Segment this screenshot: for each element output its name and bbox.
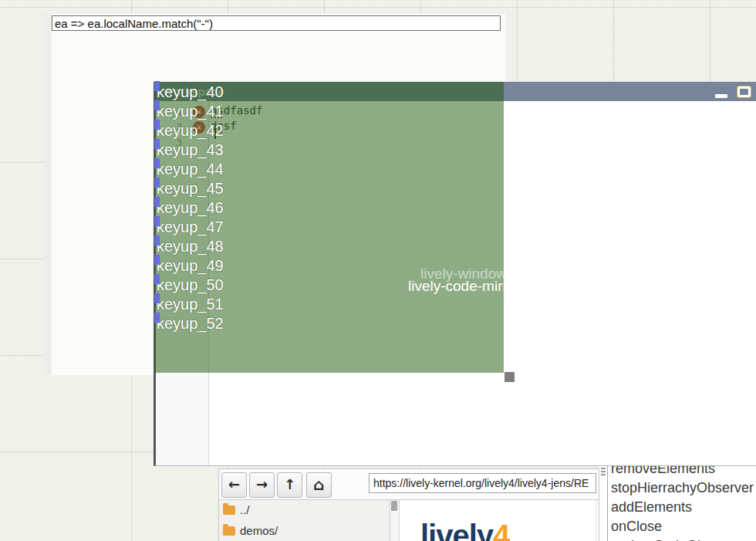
forward-button[interactable]: → xyxy=(249,472,275,498)
back-icon: ← xyxy=(228,476,240,492)
event-label-text: keyup_52 xyxy=(154,315,224,332)
event-label-text: keyup_49 xyxy=(154,257,224,274)
scroll-tick xyxy=(601,471,606,472)
folder-icon xyxy=(223,526,235,536)
file-scrollbar[interactable] xyxy=(390,500,400,541)
home-button[interactable]: ⌂ xyxy=(306,472,332,498)
event-label-text: keyup_45 xyxy=(154,180,224,197)
event-label-text: keyup_48 xyxy=(154,238,224,255)
event-label-text: keyup_40 xyxy=(154,83,224,100)
event-label: keyup_49 xyxy=(154,256,224,275)
event-label-text: keyup_47 xyxy=(154,218,224,235)
home-icon: ⌂ xyxy=(313,475,324,494)
method-item[interactable]: stopHierrachyObserver xyxy=(611,479,754,496)
file-item[interactable]: ../ xyxy=(223,503,250,519)
event-label-text: keyup_46 xyxy=(154,199,224,216)
logo-digit: 4 xyxy=(493,519,509,541)
lively4-logo: lively4 xyxy=(420,519,509,541)
selection-marker xyxy=(154,178,160,188)
selection-marker xyxy=(154,139,160,149)
method-item[interactable]: updateCodeObserver xyxy=(611,537,744,541)
selection-marker xyxy=(154,158,160,168)
event-label: keyup_43 xyxy=(154,140,224,159)
back-button[interactable]: ← xyxy=(221,472,247,498)
event-label-text: keyup_42 xyxy=(154,122,224,139)
event-label: keyup_47 xyxy=(154,218,224,236)
browser-window: ← → ↑ ⌂ ../ demos/ lively4 xyxy=(218,468,599,541)
selection-marker xyxy=(154,81,160,91)
folder-icon xyxy=(223,505,235,515)
event-label: keyup_52 xyxy=(154,314,224,333)
file-browser-pane: ../ demos/ xyxy=(219,500,390,541)
event-label: keyup_44 xyxy=(154,160,224,178)
event-label-text: keyup_41 xyxy=(154,103,224,120)
event-label: keyup_51 xyxy=(154,295,224,313)
methods-scrollbar[interactable] xyxy=(599,458,608,541)
selection-marker xyxy=(154,313,160,323)
logo-pane: lively4 xyxy=(400,500,596,541)
method-item[interactable]: onClose xyxy=(611,518,662,535)
file-name: ../ xyxy=(240,503,250,516)
query-input[interactable] xyxy=(52,15,501,31)
event-label: keyup_41 xyxy=(154,102,224,120)
resize-handle[interactable] xyxy=(505,372,515,382)
minimize-button[interactable] xyxy=(715,94,727,98)
event-label-text: keyup_44 xyxy=(154,161,224,178)
lively-code-mirror-label: lively-code-mirror xyxy=(408,278,504,295)
methods-panel: removeElements stopHierrachyObserver add… xyxy=(598,458,756,541)
event-label-text: keyup_43 xyxy=(154,141,224,158)
selection-marker xyxy=(154,293,160,303)
method-item[interactable]: addElements xyxy=(611,499,692,516)
maximize-button[interactable] xyxy=(737,86,751,97)
event-label: keyup_48 xyxy=(154,237,224,255)
event-label: keyup_45 xyxy=(154,179,224,198)
event-label: keyup_46 xyxy=(154,198,224,217)
event-label: keyup_42 xyxy=(154,121,224,140)
event-label: keyup_50 xyxy=(154,276,224,294)
file-name: demos/ xyxy=(240,524,278,537)
event-label: keyup_40 xyxy=(154,83,224,101)
logo-word: lively xyxy=(420,519,493,541)
selection-marker xyxy=(154,235,160,245)
selection-marker xyxy=(154,100,160,110)
file-item[interactable]: demos/ xyxy=(223,524,278,539)
event-label-text: keyup_51 xyxy=(154,296,224,313)
selection-marker xyxy=(154,120,160,130)
scrollbar-thumb[interactable] xyxy=(391,501,397,511)
scroll-tick xyxy=(601,468,606,469)
selection-marker xyxy=(154,216,160,226)
url-input[interactable] xyxy=(369,473,596,493)
query-panel-gutter xyxy=(44,14,52,375)
selection-marker xyxy=(154,197,160,207)
desktop: removeElements stopHierrachyObserver add… xyxy=(0,0,756,541)
selection-marker xyxy=(154,274,160,284)
selection-marker xyxy=(154,255,160,265)
scroll-tick xyxy=(601,474,606,475)
up-icon: ↑ xyxy=(284,476,295,492)
event-label-text: keyup_50 xyxy=(154,276,224,293)
up-button[interactable]: ↑ xyxy=(277,472,302,498)
forward-icon: → xyxy=(256,476,268,492)
